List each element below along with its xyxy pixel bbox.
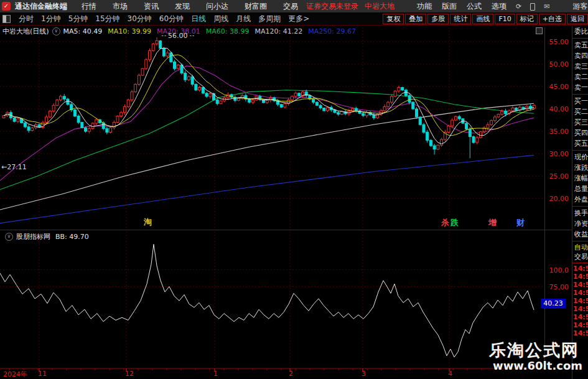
year-label: 2024年 [3,370,27,379]
quote-field-卖二: 卖二 [572,72,588,82]
quote-field-买四: 买四 [572,128,588,138]
quote-field-买二: 买二 [572,106,588,117]
menu-选项[interactable]: 选项 [487,1,511,12]
period-tab-30分钟[interactable]: 30分钟 [124,14,156,24]
indicator-name: 股朋指标网 [16,232,50,241]
tick-time-entry[interactable]: 14:56 [572,305,588,313]
menu-问小达[interactable]: 问小达 [198,1,236,12]
period-tab-60分钟[interactable]: 60分钟 [156,14,187,24]
layout-toggle-icon[interactable] [2,15,11,23]
price-axis-label: 45.00 [543,83,569,91]
menu-行情[interactable]: 行情 [73,1,105,12]
period-tab-多周期[interactable]: 多周期 [254,14,284,24]
main-menu: 行情市场资讯发现问小达财富圈交易 [73,1,306,12]
month-label-11: 11 [38,370,47,378]
quote-field-卖五: 卖五 [572,40,588,50]
price-axis-label: 25.00 [543,172,569,180]
quote-field-卖三: 卖三 [572,61,588,72]
login-status[interactable]: 证券交易未登录 [306,1,358,12]
grid-lines [0,27,544,367]
menu-功能[interactable]: 功能 [412,1,437,12]
tick-time-entry[interactable]: 14:56 [572,297,588,305]
button-叠加[interactable]: 叠加 [405,14,426,24]
menu-版面[interactable]: 版面 [437,1,462,12]
period-tab-周线[interactable]: 周线 [210,14,232,24]
app-window: ✓ 通达信金融终端 行情市场资讯发现问小达财富圈交易 证券交易未登录 中岩大地 … [0,0,588,379]
month-label-1: 1 [213,370,218,378]
month-label-12: 12 [125,370,134,378]
button-统计[interactable]: 统计 [450,14,471,24]
quote-field-卖四: 卖四 [572,50,588,61]
guest-label[interactable]: 游客 [572,1,587,12]
ma-label-MA120: MA120: 41.22 [254,27,302,35]
button-返回[interactable]: 返回 [567,14,588,24]
signal-marker: 财 [516,218,525,227]
quote-panel: 委比卖五卖四卖三卖二卖一买一买二买三买四买五现价涨跌涨幅总量外盘换手净资收益 自… [572,26,588,379]
mail-icon[interactable]: ✉ [539,2,554,11]
menu-资讯[interactable]: 资讯 [136,1,167,12]
price-axis-label: 30.00 [543,150,569,158]
maximize-pane-icon[interactable] [536,27,543,34]
auto-trade-label[interactable]: 自动 [572,243,588,252]
button-复权[interactable]: 复权 [383,14,404,24]
period-tab-15分钟[interactable]: 15分钟 [91,14,123,24]
chevron-down-icon[interactable]: ∨ [5,233,13,241]
menu-公式[interactable]: 公式 [462,1,487,12]
tick-time-entry[interactable]: 14:56 [572,313,588,321]
tick-time-entry[interactable]: 14:56 [572,329,588,337]
quote-field-现价: 现价 [572,152,588,162]
month-label-4: 4 [448,370,452,378]
tick-time-list[interactable]: 14:5614:5614:5614:5614:5614:5614:5614:56… [572,264,588,337]
indicator-value: BB: 49.70 [55,233,89,241]
menu-交易[interactable]: 交易 [275,1,306,12]
auto-trade-label[interactable]: 交易 [572,252,588,261]
mobile-icon[interactable] [526,2,539,11]
indicator-axis-label: 100.0 [543,266,569,274]
period-tab-1分钟[interactable]: 1分钟 [37,14,65,24]
period-tab-更多>[interactable]: 更多> [284,14,313,24]
button-标记[interactable]: 标记 [516,14,538,24]
chart-action-buttons: 复权叠加多股统计画线F10标记+自选返回 [381,14,588,24]
refresh-icon[interactable]: ⟳ [511,2,526,11]
peak-price-annotation: 56.00 [160,32,196,40]
tick-time-entry[interactable]: 14:56 [572,321,588,329]
quote-field-买三: 买三 [572,117,588,128]
period-tab-分时[interactable]: 分时 [15,14,37,24]
tick-time-entry[interactable]: 14:56 [572,281,588,289]
chart-canvas[interactable] [0,0,588,379]
quote-field-总量: 总量 [572,184,588,194]
period-tab-日线[interactable]: 日线 [187,14,210,24]
price-axis-label: 55.00 [543,38,569,46]
button-+自选[interactable]: +自选 [539,14,566,24]
app-title[interactable]: 通达信金融终端 [14,1,73,12]
quote-field-净资: 净资 [572,218,588,229]
app-logo-icon[interactable]: ✓ [2,2,11,11]
signal-marker: 杀 [441,218,449,227]
period-tab-月线[interactable]: 月线 [232,14,254,24]
quote-panel-rows: 委比卖五卖四卖三卖二卖一买一买二买三买四买五现价涨跌涨幅总量外盘换手净资收益 [572,26,588,240]
period-tab-5分钟[interactable]: 5分钟 [65,14,92,24]
tick-time-entry[interactable]: 14:56 [572,264,588,273]
quote-field-涨幅: 涨幅 [572,173,588,184]
button-多股[interactable]: 多股 [427,14,449,24]
auto-trade-tab[interactable]: 自动交易 [572,243,588,261]
titlebar: ✓ 通达信金融终端 行情市场资讯发现问小达财富圈交易 证券交易未登录 中岩大地 … [0,0,588,13]
price-axis-label: 50.00 [543,60,569,68]
signal-marker: 淘 [144,218,152,227]
indicator-current-value-badge: 40.23 [541,299,566,308]
ma-legend: MA5: 40.49MA10: 39.99MA20: 38.01MA60: 38… [63,27,362,35]
button-F10[interactable]: F10 [495,14,515,24]
sub-plot [0,245,534,357]
tick-time-entry[interactable]: 14:56 [572,273,588,281]
tick-time-entry[interactable]: 14:56 [572,289,588,297]
quote-field-换手: 换手 [572,208,588,218]
signal-marker: 跌 [450,218,459,227]
price-axis-label: 40.00 [543,105,569,113]
menu-发现[interactable]: 发现 [167,1,198,12]
button-画线[interactable]: 画线 [472,14,493,24]
chevron-down-icon[interactable]: ∨ [52,27,60,35]
watermark: 乐淘公式网 www.60lt.com [489,341,582,372]
menu-市场[interactable]: 市场 [105,1,136,12]
current-stock-name: 中岩大地 [365,1,394,12]
menu-财富圈[interactable]: 财富圈 [236,1,275,12]
